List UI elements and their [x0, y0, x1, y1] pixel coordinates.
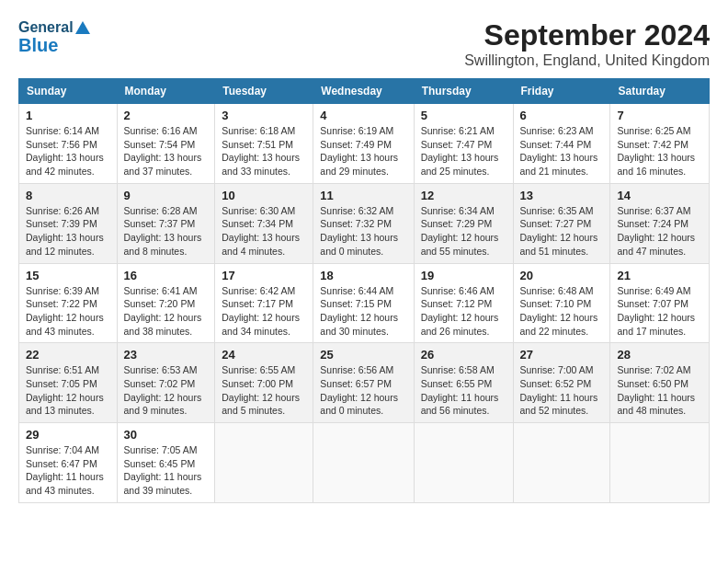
header-wednesday: Wednesday [313, 79, 414, 104]
calendar-cell: 6Sunrise: 6:23 AMSunset: 7:44 PMDaylight… [513, 104, 610, 184]
calendar-week-row: 29Sunrise: 7:04 AMSunset: 6:47 PMDayligh… [19, 423, 710, 503]
calendar-cell: 4Sunrise: 6:19 AMSunset: 7:49 PMDaylight… [313, 104, 414, 184]
calendar-cell [513, 423, 610, 503]
day-info: Sunrise: 6:21 AMSunset: 7:47 PMDaylight:… [421, 124, 506, 178]
calendar-cell: 18Sunrise: 6:44 AMSunset: 7:15 PMDayligh… [313, 263, 414, 343]
day-number: 30 [124, 428, 209, 442]
day-info: Sunrise: 6:39 AMSunset: 7:22 PMDaylight:… [26, 284, 110, 339]
day-info: Sunrise: 6:32 AMSunset: 7:32 PMDaylight:… [320, 204, 406, 259]
day-number: 4 [320, 109, 406, 122]
day-number: 8 [26, 189, 110, 202]
calendar-cell: 23Sunrise: 6:53 AMSunset: 7:02 PMDayligh… [117, 343, 215, 423]
calendar-header-row: SundayMondayTuesdayWednesdayThursdayFrid… [19, 79, 710, 104]
calendar-cell [215, 423, 313, 503]
logo-blue: Blue [18, 34, 91, 56]
calendar-week-row: 15Sunrise: 6:39 AMSunset: 7:22 PMDayligh… [19, 263, 710, 343]
day-number: 10 [222, 189, 306, 202]
day-number: 20 [520, 269, 604, 282]
day-info: Sunrise: 6:44 AMSunset: 7:15 PMDaylight:… [320, 284, 406, 339]
day-info: Sunrise: 6:56 AMSunset: 6:57 PMDaylight:… [320, 363, 406, 418]
day-info: Sunrise: 7:04 AMSunset: 6:47 PMDaylight:… [26, 443, 110, 498]
day-number: 24 [222, 348, 306, 362]
day-info: Sunrise: 6:42 AMSunset: 7:17 PMDaylight:… [222, 284, 306, 339]
page-title: September 2024 [464, 18, 710, 52]
calendar-cell: 30Sunrise: 7:05 AMSunset: 6:45 PMDayligh… [117, 423, 215, 503]
day-number: 29 [26, 428, 110, 442]
day-info: Sunrise: 6:28 AMSunset: 7:37 PMDaylight:… [124, 204, 209, 259]
day-number: 19 [421, 269, 506, 282]
day-info: Sunrise: 6:46 AMSunset: 7:12 PMDaylight:… [421, 284, 506, 339]
calendar-cell: 26Sunrise: 6:58 AMSunset: 6:55 PMDayligh… [414, 343, 513, 423]
calendar-cell: 2Sunrise: 6:16 AMSunset: 7:54 PMDaylight… [117, 104, 215, 184]
calendar-cell: 10Sunrise: 6:30 AMSunset: 7:34 PMDayligh… [215, 183, 313, 263]
calendar-table: SundayMondayTuesdayWednesdayThursdayFrid… [18, 78, 710, 503]
day-info: Sunrise: 6:37 AMSunset: 7:24 PMDaylight:… [617, 204, 702, 259]
day-info: Sunrise: 6:25 AMSunset: 7:42 PMDaylight:… [617, 124, 702, 178]
day-info: Sunrise: 6:26 AMSunset: 7:39 PMDaylight:… [26, 204, 110, 259]
logo: General Blue [18, 18, 91, 56]
day-number: 27 [520, 348, 604, 362]
calendar-week-row: 22Sunrise: 6:51 AMSunset: 7:05 PMDayligh… [19, 343, 710, 423]
header-monday: Monday [117, 79, 215, 104]
calendar-cell: 28Sunrise: 7:02 AMSunset: 6:50 PMDayligh… [610, 343, 710, 423]
svg-marker-0 [75, 21, 90, 34]
day-info: Sunrise: 6:58 AMSunset: 6:55 PMDaylight:… [421, 363, 506, 418]
calendar-cell [610, 423, 710, 503]
day-info: Sunrise: 6:55 AMSunset: 7:00 PMDaylight:… [222, 363, 306, 418]
day-info: Sunrise: 6:34 AMSunset: 7:29 PMDaylight:… [421, 204, 506, 259]
day-info: Sunrise: 6:18 AMSunset: 7:51 PMDaylight:… [222, 124, 306, 178]
day-number: 14 [617, 189, 702, 202]
day-number: 13 [520, 189, 604, 202]
day-info: Sunrise: 6:19 AMSunset: 7:49 PMDaylight:… [320, 124, 406, 178]
calendar-cell: 24Sunrise: 6:55 AMSunset: 7:00 PMDayligh… [215, 343, 313, 423]
calendar-cell: 9Sunrise: 6:28 AMSunset: 7:37 PMDaylight… [117, 183, 215, 263]
title-area: September 2024 Swillington, England, Uni… [464, 18, 710, 69]
day-info: Sunrise: 6:16 AMSunset: 7:54 PMDaylight:… [124, 124, 209, 178]
calendar-cell: 7Sunrise: 6:25 AMSunset: 7:42 PMDaylight… [610, 104, 710, 184]
header-sunday: Sunday [19, 79, 118, 104]
calendar-cell: 19Sunrise: 6:46 AMSunset: 7:12 PMDayligh… [414, 263, 513, 343]
calendar-cell: 27Sunrise: 7:00 AMSunset: 6:52 PMDayligh… [513, 343, 610, 423]
day-number: 18 [320, 269, 406, 282]
day-number: 12 [421, 189, 506, 202]
page-subtitle: Swillington, England, United Kingdom [464, 52, 710, 69]
header-tuesday: Tuesday [215, 79, 313, 104]
day-number: 11 [320, 189, 406, 202]
day-info: Sunrise: 6:23 AMSunset: 7:44 PMDaylight:… [520, 124, 604, 178]
calendar-cell: 1Sunrise: 6:14 AMSunset: 7:56 PMDaylight… [19, 104, 118, 184]
calendar-cell: 13Sunrise: 6:35 AMSunset: 7:27 PMDayligh… [513, 183, 610, 263]
page-header: General Blue September 2024 Swillington,… [18, 18, 710, 69]
header-friday: Friday [513, 79, 610, 104]
calendar-cell: 14Sunrise: 6:37 AMSunset: 7:24 PMDayligh… [610, 183, 710, 263]
day-number: 28 [617, 348, 702, 362]
header-saturday: Saturday [610, 79, 710, 104]
day-info: Sunrise: 6:49 AMSunset: 7:07 PMDaylight:… [617, 284, 702, 339]
calendar-cell: 25Sunrise: 6:56 AMSunset: 6:57 PMDayligh… [313, 343, 414, 423]
day-info: Sunrise: 6:48 AMSunset: 7:10 PMDaylight:… [520, 284, 604, 339]
day-number: 5 [421, 109, 506, 122]
day-info: Sunrise: 6:30 AMSunset: 7:34 PMDaylight:… [222, 204, 306, 259]
day-number: 23 [124, 348, 209, 362]
day-number: 15 [26, 269, 110, 282]
calendar-cell [414, 423, 513, 503]
day-info: Sunrise: 6:14 AMSunset: 7:56 PMDaylight:… [26, 124, 110, 178]
calendar-cell: 16Sunrise: 6:41 AMSunset: 7:20 PMDayligh… [117, 263, 215, 343]
day-number: 26 [421, 348, 506, 362]
day-number: 1 [26, 109, 110, 122]
calendar-cell: 12Sunrise: 6:34 AMSunset: 7:29 PMDayligh… [414, 183, 513, 263]
header-thursday: Thursday [414, 79, 513, 104]
day-number: 9 [124, 189, 209, 202]
day-number: 25 [320, 348, 406, 362]
day-number: 7 [617, 109, 702, 122]
day-number: 22 [26, 348, 110, 362]
day-number: 6 [520, 109, 604, 122]
day-number: 16 [124, 269, 209, 282]
calendar-week-row: 1Sunrise: 6:14 AMSunset: 7:56 PMDaylight… [19, 104, 710, 184]
day-info: Sunrise: 7:02 AMSunset: 6:50 PMDaylight:… [617, 363, 702, 418]
calendar-cell: 29Sunrise: 7:04 AMSunset: 6:47 PMDayligh… [19, 423, 118, 503]
calendar-cell [313, 423, 414, 503]
day-number: 2 [124, 109, 209, 122]
calendar-cell: 22Sunrise: 6:51 AMSunset: 7:05 PMDayligh… [19, 343, 118, 423]
day-info: Sunrise: 7:05 AMSunset: 6:45 PMDaylight:… [124, 443, 209, 498]
day-number: 17 [222, 269, 306, 282]
